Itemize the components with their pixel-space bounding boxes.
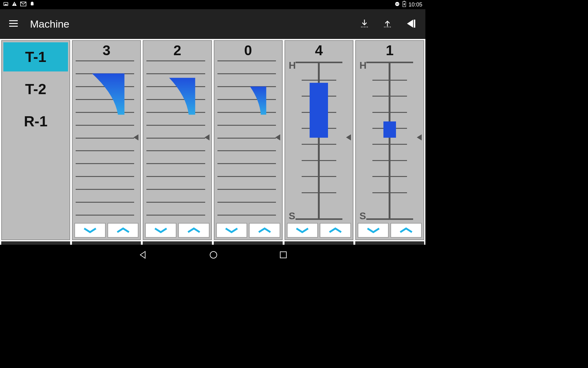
param-corner: 2 bbox=[143, 40, 212, 240]
param-front-firm: 4 H S bbox=[285, 40, 353, 240]
nav-home-icon[interactable] bbox=[209, 250, 218, 261]
app-title: Machine bbox=[30, 18, 70, 30]
nav-back-icon[interactable] bbox=[138, 250, 148, 261]
svg-rect-2 bbox=[14, 3, 15, 5]
svg-rect-9 bbox=[396, 4, 398, 4]
dnd-icon bbox=[394, 1, 400, 8]
param-brake: 3 bbox=[72, 40, 141, 240]
increase-button[interactable] bbox=[390, 223, 422, 238]
gauge-fill bbox=[217, 60, 272, 115]
svg-marker-16 bbox=[407, 20, 413, 28]
increase-button[interactable] bbox=[107, 223, 139, 238]
decrease-button[interactable] bbox=[216, 223, 247, 238]
profile-label: T-1 bbox=[25, 48, 46, 65]
profile-item-r1[interactable]: R-1 bbox=[3, 107, 68, 136]
svg-rect-15 bbox=[9, 26, 18, 27]
profile-label: R-1 bbox=[24, 113, 47, 130]
svg-rect-17 bbox=[414, 20, 415, 28]
status-icons-left bbox=[3, 1, 35, 8]
hamburger-icon[interactable] bbox=[9, 20, 18, 28]
svg-rect-13 bbox=[9, 20, 18, 21]
profile-sidebar: T-1 T-2 R-1 bbox=[1, 40, 70, 240]
app-bar: Machine bbox=[0, 9, 425, 39]
image-icon bbox=[3, 1, 9, 8]
svg-marker-1 bbox=[4, 4, 8, 5]
svg-marker-12 bbox=[403, 2, 405, 6]
status-bar: 10:05 bbox=[0, 0, 425, 9]
mail-icon bbox=[20, 2, 26, 8]
gauge-marker-icon bbox=[205, 134, 209, 140]
android-icon bbox=[29, 1, 35, 8]
download-icon[interactable] bbox=[360, 19, 369, 29]
back-skip-icon[interactable] bbox=[406, 19, 416, 29]
svg-rect-14 bbox=[9, 23, 18, 24]
increase-button[interactable] bbox=[178, 223, 209, 238]
param-value: 0 bbox=[214, 42, 282, 59]
android-nav-bar bbox=[0, 245, 425, 266]
main-panel: T-1 T-2 R-1 3 bbox=[0, 39, 425, 241]
decrease-button[interactable] bbox=[287, 223, 318, 238]
nav-recent-icon[interactable] bbox=[279, 251, 287, 260]
param-value: 2 bbox=[143, 42, 211, 59]
decrease-button[interactable] bbox=[74, 223, 106, 238]
firm-soft-label: S bbox=[360, 210, 366, 222]
gauge-corner bbox=[146, 60, 208, 221]
increase-button[interactable] bbox=[320, 223, 351, 238]
svg-point-19 bbox=[210, 251, 217, 258]
status-icons-right: 10:05 bbox=[394, 1, 422, 9]
param-value: 4 bbox=[285, 42, 353, 59]
param-value: 3 bbox=[73, 42, 140, 59]
gauge-marker-icon bbox=[275, 134, 280, 140]
decrease-button[interactable] bbox=[358, 223, 389, 238]
warning-icon bbox=[12, 1, 17, 8]
gauge-fill bbox=[76, 60, 130, 115]
svg-rect-20 bbox=[280, 252, 286, 258]
param-rear-firm: 1 H S bbox=[355, 40, 424, 240]
gauge-accel bbox=[217, 60, 279, 221]
status-time: 10:05 bbox=[409, 2, 422, 8]
upload-icon[interactable] bbox=[383, 19, 392, 29]
firm-high-label: H bbox=[360, 60, 367, 71]
profile-item-t2[interactable]: T-2 bbox=[3, 75, 68, 104]
gauge-fill bbox=[146, 60, 201, 115]
gauge-marker-icon bbox=[417, 134, 422, 140]
svg-rect-3 bbox=[14, 5, 15, 6]
param-accel: 0 bbox=[214, 40, 283, 240]
decrease-button[interactable] bbox=[145, 223, 176, 238]
profile-item-t1[interactable]: T-1 bbox=[3, 42, 68, 71]
increase-button[interactable] bbox=[249, 223, 280, 238]
svg-rect-11 bbox=[404, 1, 405, 2]
firm-high-label: H bbox=[289, 60, 296, 71]
gauge-rear-firm: H S bbox=[359, 60, 420, 221]
svg-marker-18 bbox=[140, 251, 145, 258]
svg-rect-5 bbox=[31, 3, 34, 6]
gauge-marker-icon bbox=[134, 134, 138, 140]
gauge-front-firm: H S bbox=[288, 60, 350, 221]
profile-label: T-2 bbox=[25, 81, 46, 98]
battery-charging-icon bbox=[402, 1, 406, 9]
gauge-marker-icon bbox=[346, 134, 351, 140]
gauge-brake bbox=[76, 60, 137, 221]
param-value: 1 bbox=[356, 42, 424, 59]
firm-soft-label: S bbox=[289, 210, 295, 222]
